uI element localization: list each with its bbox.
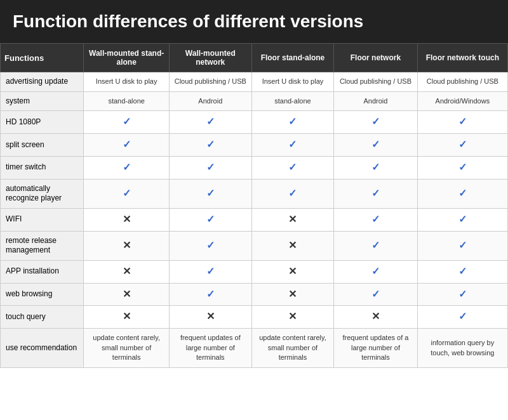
cell-text: Cloud publishing / USB (340, 77, 411, 85)
data-cell: ✓ (169, 156, 251, 179)
data-cell: ✕ (84, 260, 169, 283)
check-icon: ✓ (458, 240, 467, 251)
cell-text: stand-alone (108, 97, 145, 105)
table-header-row: FunctionsWall-mounted stand-aloneWall-mo… (1, 44, 508, 72)
cross-icon: ✕ (123, 214, 131, 225)
check-icon: ✓ (371, 289, 380, 299)
data-cell: ✓ (169, 179, 251, 208)
data-cell: ✓ (84, 156, 169, 179)
data-cell: ✓ (251, 111, 334, 134)
check-icon: ✓ (123, 116, 131, 127)
data-cell: update content rarely, small number of t… (84, 329, 169, 368)
feature-cell: system (1, 91, 84, 111)
data-cell: ✓ (251, 179, 334, 208)
data-cell: ✓ (417, 208, 507, 231)
data-cell: Android (334, 91, 417, 111)
check-icon: ✓ (371, 188, 380, 199)
check-icon: ✓ (288, 188, 297, 199)
data-cell: stand-alone (84, 91, 169, 111)
feature-cell: automatically recognize player (1, 179, 84, 208)
cell-text: Android (198, 97, 222, 105)
feature-cell: split screen (1, 133, 84, 156)
check-icon: ✓ (123, 162, 131, 173)
feature-cell: WIFI (1, 208, 84, 231)
data-cell: update content rarely, small number of t… (251, 329, 334, 368)
feature-cell: HD 1080P (1, 111, 84, 134)
cell-text: Cloud publishing / USB (427, 77, 498, 85)
data-cell: ✕ (84, 306, 169, 329)
table-row: split screen✓✓✓✓✓ (1, 133, 508, 156)
check-icon: ✓ (123, 139, 131, 150)
check-icon: ✓ (458, 266, 467, 277)
cell-text: Cloud publishing / USB (175, 77, 246, 85)
check-icon: ✓ (206, 188, 215, 199)
cell-text: information query by touch, web browsing (431, 339, 494, 357)
data-cell: stand-alone (251, 91, 334, 111)
cell-text: Insert U disk to play (96, 77, 157, 85)
data-cell: ✓ (84, 133, 169, 156)
data-cell: ✕ (169, 306, 251, 329)
data-cell: ✓ (417, 283, 507, 306)
check-icon: ✓ (206, 240, 215, 251)
check-icon: ✓ (371, 139, 380, 150)
data-cell: ✕ (84, 208, 169, 231)
table-row: HD 1080P✓✓✓✓✓ (1, 111, 508, 134)
column-header-5: Floor network touch (417, 44, 507, 72)
feature-cell: web browsing (1, 283, 84, 306)
cell-text: frequent updates of a large number of te… (342, 334, 408, 361)
check-icon: ✓ (206, 139, 215, 150)
table-row: use recommendationupdate content rarely,… (1, 329, 508, 368)
table-row: systemstand-aloneAndroidstand-aloneAndro… (1, 91, 508, 111)
data-cell: Insert U disk to play (84, 72, 169, 92)
cell-text: Insert U disk to play (262, 77, 324, 85)
check-icon: ✓ (206, 289, 215, 299)
cross-icon: ✕ (123, 240, 131, 251)
check-icon: ✓ (288, 162, 297, 173)
data-cell: ✓ (334, 133, 417, 156)
data-cell: ✓ (334, 231, 417, 260)
check-icon: ✓ (371, 162, 380, 173)
data-cell: ✓ (334, 208, 417, 231)
data-cell: information query by touch, web browsing (417, 329, 507, 368)
table-row: web browsing✕✓✕✓✓ (1, 283, 508, 306)
cross-icon: ✕ (288, 214, 297, 225)
data-cell: ✕ (251, 283, 334, 306)
data-cell: ✓ (417, 260, 507, 283)
check-icon: ✓ (371, 214, 380, 225)
feature-cell: advertising update (1, 72, 84, 92)
feature-cell: APP installation (1, 260, 84, 283)
data-cell: ✕ (84, 283, 169, 306)
feature-cell: touch query (1, 306, 84, 329)
data-cell: ✓ (169, 231, 251, 260)
table-row: touch query✕✕✕✕✓ (1, 306, 508, 329)
data-cell: ✕ (251, 231, 334, 260)
table-row: APP installation✕✓✕✓✓ (1, 260, 508, 283)
cross-icon: ✕ (371, 311, 380, 322)
feature-cell: use recommendation (1, 329, 84, 368)
data-cell: ✓ (334, 179, 417, 208)
column-header-2: Wall-mounted network (169, 44, 251, 72)
data-cell: Cloud publishing / USB (334, 72, 417, 92)
data-cell: ✓ (251, 133, 334, 156)
column-header-4: Floor network (334, 44, 417, 72)
data-cell: ✕ (84, 231, 169, 260)
cross-icon: ✕ (123, 266, 131, 277)
check-icon: ✓ (458, 311, 467, 322)
check-icon: ✓ (371, 116, 380, 127)
cell-text: frequent updates of large number of term… (180, 334, 241, 361)
data-cell: ✓ (417, 156, 507, 179)
check-icon: ✓ (206, 214, 215, 225)
check-icon: ✓ (206, 266, 215, 277)
data-cell: ✓ (84, 179, 169, 208)
column-header-3: Floor stand-alone (251, 44, 334, 72)
comparison-table: FunctionsWall-mounted stand-aloneWall-mo… (0, 43, 508, 368)
data-cell: Android (169, 91, 251, 111)
cross-icon: ✕ (288, 266, 297, 277)
data-cell: ✓ (169, 111, 251, 134)
data-cell: ✓ (417, 306, 507, 329)
data-cell: ✓ (417, 231, 507, 260)
feature-cell: remote release management (1, 231, 84, 260)
check-icon: ✓ (371, 240, 380, 251)
data-cell: Cloud publishing / USB (417, 72, 507, 92)
cross-icon: ✕ (123, 311, 131, 322)
